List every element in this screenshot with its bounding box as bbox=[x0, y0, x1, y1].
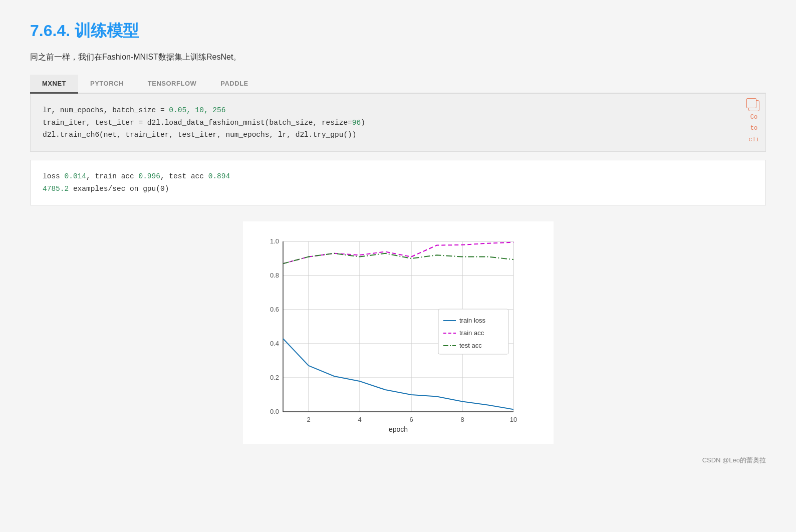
copy-icon bbox=[748, 100, 759, 111]
x-axis-title: epoch bbox=[388, 425, 407, 433]
training-chart: 0.0 0.2 0.4 0.6 0.8 1.0 2 4 6 8 10 epoch bbox=[253, 231, 534, 432]
subtitle: 同之前一样，我们在Fashion-MNIST数据集上训练ResNet。 bbox=[30, 52, 766, 63]
svg-text:0.8: 0.8 bbox=[270, 272, 279, 279]
svg-text:train loss: train loss bbox=[459, 317, 486, 324]
output-line-2: 4785.2 examples/sec on gpu(0) bbox=[43, 183, 753, 195]
tab-pytorch[interactable]: PYTORCH bbox=[78, 75, 136, 94]
svg-text:10: 10 bbox=[509, 416, 516, 423]
y-axis-labels: 0.0 0.2 0.4 0.6 0.8 1.0 bbox=[270, 237, 279, 415]
svg-text:0.2: 0.2 bbox=[270, 374, 279, 381]
train-acc-line bbox=[283, 242, 513, 264]
code-line-3: d2l.train_ch6(net, train_iter, test_iter… bbox=[43, 129, 753, 141]
svg-text:4: 4 bbox=[358, 416, 361, 423]
copy-label-co: Co bbox=[750, 112, 757, 122]
tab-tensorflow[interactable]: TENSORFLOW bbox=[136, 75, 208, 94]
code-block: Co to cli lr, num_epochs, batch_size = 0… bbox=[30, 94, 766, 152]
chart-wrapper: 0.0 0.2 0.4 0.6 0.8 1.0 2 4 6 8 10 epoch bbox=[243, 221, 554, 444]
svg-text:1.0: 1.0 bbox=[270, 237, 279, 245]
test-acc-line bbox=[283, 253, 513, 263]
page-title: 7.6.4. 训练模型 bbox=[30, 20, 766, 42]
tab-mxnet[interactable]: MXNET bbox=[30, 75, 78, 94]
tabs-container: MXNET PYTORCH TENSORFLOW PADDLE bbox=[30, 75, 766, 94]
code-line-2: train_iter, test_iter = d2l.load_data_fa… bbox=[43, 117, 753, 129]
output-line-1: loss 0.014, train acc 0.996, test acc 0.… bbox=[43, 170, 753, 183]
footer-text: CSDN @Leo的蕾奥拉 bbox=[702, 456, 766, 464]
svg-text:0.0: 0.0 bbox=[270, 408, 279, 415]
svg-text:train acc: train acc bbox=[459, 329, 484, 337]
svg-text:0.4: 0.4 bbox=[270, 340, 279, 347]
svg-text:2: 2 bbox=[307, 416, 310, 423]
footer: CSDN @Leo的蕾奥拉 bbox=[30, 456, 766, 465]
code-line-1: lr, num_epochs, batch_size = 0.05, 10, 2… bbox=[43, 104, 753, 117]
svg-text:test acc: test acc bbox=[459, 342, 482, 349]
copy-button[interactable]: Co to cli bbox=[748, 100, 759, 145]
chart-container: 0.0 0.2 0.4 0.6 0.8 1.0 2 4 6 8 10 epoch bbox=[30, 221, 766, 444]
svg-text:6: 6 bbox=[409, 416, 413, 423]
copy-label-cli: cli bbox=[748, 135, 759, 145]
tab-paddle[interactable]: PADDLE bbox=[208, 75, 260, 94]
copy-label-to: to bbox=[750, 123, 757, 133]
output-block: loss 0.014, train acc 0.996, test acc 0.… bbox=[30, 160, 766, 205]
svg-text:0.6: 0.6 bbox=[270, 306, 279, 313]
x-axis-labels: 2 4 6 8 10 bbox=[307, 416, 517, 423]
svg-text:8: 8 bbox=[460, 416, 464, 423]
